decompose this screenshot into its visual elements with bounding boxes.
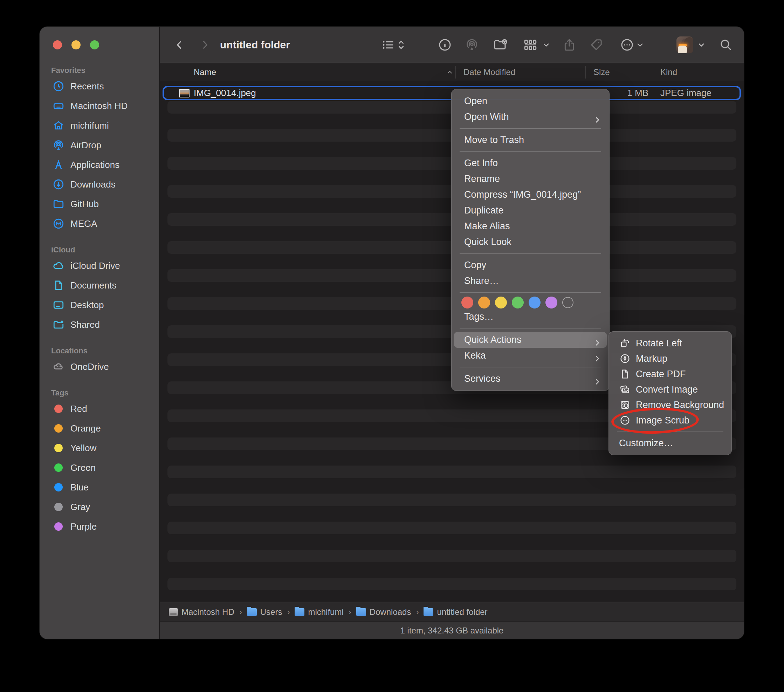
column-divider[interactable]	[585, 66, 586, 79]
sidebar-tag-red[interactable]: Red	[40, 399, 159, 419]
menu-item-label: Compress “IMG_0014.jpeg”	[464, 189, 581, 200]
sidebar-section-icloud: iCloud iCloud Drive Documents Desktop Sh…	[40, 244, 159, 334]
sidebar-item-label: AirDrop	[71, 140, 101, 151]
list-view-icon[interactable]	[380, 26, 396, 63]
menu-item-duplicate[interactable]: Duplicate	[451, 203, 609, 218]
menu-item-make-alias[interactable]: Make Alias	[451, 218, 609, 234]
sidebar-item-label: Recents	[71, 81, 104, 92]
menu-item-label: Open With	[464, 111, 509, 122]
minimize-window-button[interactable]	[71, 40, 81, 50]
menu-item-share[interactable]: Share…	[451, 273, 609, 289]
submenu-item-rotate-left[interactable]: Rotate Left	[608, 335, 732, 351]
rotate-left-icon	[619, 338, 631, 349]
sidebar-item-onedrive[interactable]: OneDrive	[40, 357, 159, 377]
sidebar-tag-gray[interactable]: Gray	[40, 497, 159, 517]
path-segment-label: michifumi	[308, 607, 343, 617]
tag-yellow-dot[interactable]	[495, 297, 507, 309]
menu-item-tags[interactable]: Tags…	[451, 309, 609, 325]
app-shortcut-chevron-icon[interactable]	[696, 26, 707, 63]
share-button[interactable]	[561, 26, 577, 63]
tag-none-dot[interactable]	[562, 297, 573, 308]
tag-green-dot[interactable]	[512, 297, 524, 309]
sidebar-item-documents[interactable]: Documents	[40, 276, 159, 295]
sidebar-item-label: iCloud Drive	[71, 261, 120, 271]
menu-item-quick-actions[interactable]: Quick Actions	[454, 332, 607, 348]
path-segment-users[interactable]: Users	[247, 607, 282, 617]
group-by-chevron-icon[interactable]	[540, 26, 552, 63]
sidebar-item-macintosh-hd[interactable]: Macintosh HD	[40, 96, 159, 116]
menu-item-label: Quick Actions	[464, 334, 522, 345]
close-window-button[interactable]	[53, 40, 62, 50]
path-segment-macintosh-hd[interactable]: Macintosh HD	[169, 607, 234, 617]
view-mode-chevrons-icon[interactable]	[395, 26, 407, 63]
column-divider[interactable]	[455, 66, 456, 79]
tag-blue-dot[interactable]	[529, 297, 540, 309]
menu-item-copy[interactable]: Copy	[451, 257, 609, 273]
chevron-right-icon	[593, 352, 601, 367]
forward-button[interactable]	[198, 26, 212, 63]
sidebar-item-github[interactable]: GitHub	[40, 194, 159, 214]
sidebar-tag-orange[interactable]: Orange	[40, 419, 159, 438]
column-header-kind[interactable]: Kind	[660, 63, 677, 81]
submenu-item-convert-image[interactable]: Convert Image	[608, 382, 732, 397]
menu-item-compress[interactable]: Compress “IMG_0014.jpeg”	[451, 187, 609, 203]
menu-item-label: Quick Look	[464, 237, 511, 247]
app-shortcut-icon[interactable]	[677, 36, 693, 53]
tag-purple-dot[interactable]	[545, 297, 557, 309]
column-divider[interactable]	[653, 66, 653, 79]
column-header-name[interactable]: Name	[194, 63, 216, 81]
column-header-date-modified[interactable]: Date Modified	[463, 63, 515, 81]
menu-separator	[460, 292, 601, 293]
menu-item-label: Share…	[464, 276, 499, 286]
menu-item-open[interactable]: Open	[451, 93, 609, 109]
home-icon	[52, 119, 65, 132]
more-actions-button[interactable]	[619, 26, 635, 63]
tag-orange-dot[interactable]	[478, 297, 490, 309]
sidebar-tag-blue[interactable]: Blue	[40, 477, 159, 497]
column-header-size[interactable]: Size	[593, 63, 610, 81]
sidebar-item-recents[interactable]: Recents	[40, 76, 159, 96]
back-button[interactable]	[172, 26, 186, 63]
group-by-button[interactable]	[522, 26, 539, 63]
get-info-button[interactable]	[437, 26, 453, 63]
sidebar-item-downloads[interactable]: Downloads	[40, 175, 159, 194]
sidebar-tag-purple[interactable]: Purple	[40, 517, 159, 536]
sidebar-item-icloud-drive[interactable]: iCloud Drive	[40, 256, 159, 276]
sidebar-tag-green[interactable]: Green	[40, 458, 159, 477]
menu-item-quick-look[interactable]: Quick Look	[451, 234, 609, 250]
path-segment-michifumi[interactable]: michifumi	[295, 607, 343, 617]
new-folder-button[interactable]	[492, 26, 508, 63]
tag-color-dot	[54, 483, 63, 492]
airdrop-button[interactable]	[464, 26, 480, 63]
sidebar-section-tags: Tags Red Orange Yellow Green	[40, 387, 159, 536]
sidebar-tag-yellow[interactable]: Yellow	[40, 438, 159, 458]
path-segment-label: Downloads	[370, 607, 411, 617]
submenu-item-customize[interactable]: Customize…	[608, 435, 732, 451]
sidebar-item-mega[interactable]: MEGA	[40, 214, 159, 233]
sidebar-item-airdrop[interactable]: AirDrop	[40, 135, 159, 155]
sidebar-item-desktop[interactable]: Desktop	[40, 295, 159, 315]
submenu-item-create-pdf[interactable]: Create PDF	[608, 366, 732, 382]
more-actions-chevron-icon[interactable]	[634, 26, 646, 63]
folder-icon	[52, 198, 65, 210]
sidebar-item-shared[interactable]: Shared	[40, 315, 159, 334]
submenu-item-markup[interactable]: Markup	[608, 351, 732, 366]
list-row-stripe	[168, 578, 736, 590]
menu-item-keka[interactable]: Keka	[451, 348, 609, 363]
menu-item-rename[interactable]: Rename	[451, 171, 609, 187]
zoom-window-button[interactable]	[90, 40, 99, 50]
sidebar-item-home[interactable]: michifumi	[40, 116, 159, 135]
search-icon[interactable]	[718, 26, 734, 63]
path-segment-downloads[interactable]: Downloads	[356, 607, 411, 617]
tag-button[interactable]	[588, 26, 604, 63]
path-segment-untitled-folder[interactable]: untitled folder	[423, 607, 487, 617]
tag-red-dot[interactable]	[461, 297, 473, 309]
sort-ascending-icon	[446, 69, 453, 77]
menu-item-open-with[interactable]: Open With	[451, 109, 609, 125]
hard-drive-icon	[52, 99, 65, 112]
menu-item-get-info[interactable]: Get Info	[451, 155, 609, 171]
menu-item-services[interactable]: Services	[451, 371, 609, 386]
sidebar-item-applications[interactable]: Applications	[40, 155, 159, 175]
menu-item-label: Tags…	[464, 311, 494, 322]
menu-item-move-to-trash[interactable]: Move to Trash	[451, 132, 609, 148]
